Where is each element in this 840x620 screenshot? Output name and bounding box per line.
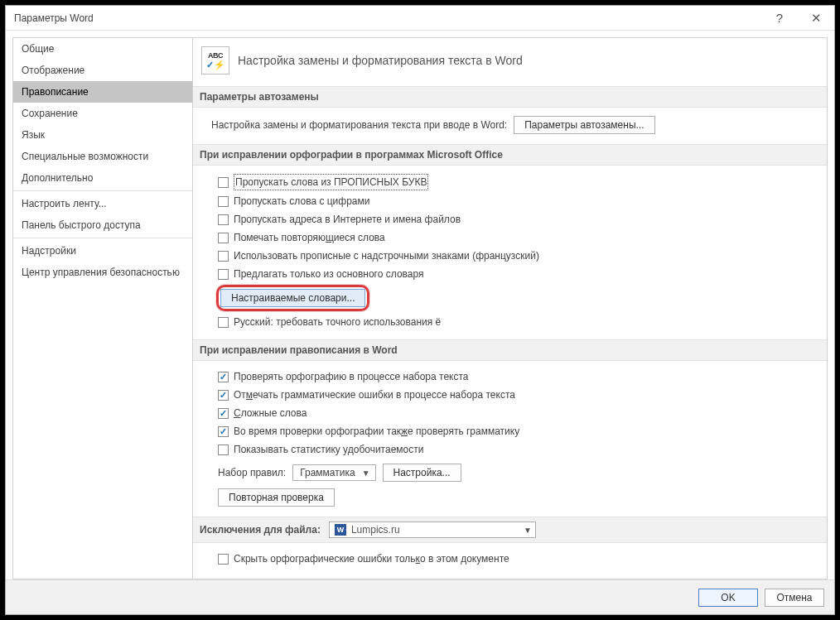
dialog-footer: OK Отмена [6,579,834,614]
checkbox-row[interactable]: Помечать повторяющиеся слова [201,228,818,247]
category-sidebar[interactable]: ОбщиеОтображениеПравописаниеСохранениеЯз… [12,37,193,579]
section-office-title: При исправлении орфографии в программах … [193,144,827,166]
ok-button[interactable]: OK [698,589,758,607]
chevron-down-icon: ▼ [362,469,370,478]
checkbox[interactable] [218,445,229,455]
sidebar-item[interactable]: Общие [13,38,192,60]
sidebar-item[interactable]: Дополнительно [13,167,192,189]
titlebar: Параметры Word ? ✕ [6,6,834,31]
section-exceptions-header: Исключения для файла: W Lumpics.ru ▼ [193,517,827,543]
ru-yo-row[interactable]: Русский: требовать точного использования… [201,313,818,331]
section-autocorrect-title: Параметры автозамены [193,86,827,108]
autocorrect-row: Настройка замены и форматирования текста… [201,114,818,136]
sidebar-item[interactable]: Правописание [13,81,192,103]
custom-dictionaries-highlight: Настраиваемые словари... [216,285,369,311]
dialog-title: Параметры Word [14,12,761,24]
ru-yo-label: Русский: требовать точного использования… [234,315,441,329]
checkbox-label: Проверять орфографию в процессе набора т… [234,369,469,384]
checkbox[interactable] [218,233,229,243]
ruleset-value: Грамматика [300,467,355,478]
checkbox-row[interactable]: Пропускать слова с цифрами [201,192,818,210]
checkbox[interactable] [218,426,229,437]
sidebar-item[interactable]: Отображение [13,60,192,81]
office-spell-list: Пропускать слова из ПРОПИСНЫХ БУКВПропус… [201,172,818,283]
chevron-down-icon: ▼ [524,526,532,535]
autocorrect-desc: Настройка замены и форматирования текста… [211,119,507,131]
ruleset-settings-button[interactable]: Настройка... [383,464,461,482]
cancel-button[interactable]: Отмена [765,589,824,607]
checkbox-row[interactable]: Показывать статистику удобочитаемости [201,440,818,459]
checkbox-label: Использовать прописные с надстрочными зн… [234,248,539,263]
settings-panel: ABC✓⚡ Настройка замены и форматирования … [193,37,828,579]
checkbox[interactable] [218,390,229,401]
sidebar-item[interactable]: Настроить ленту... [13,193,192,214]
checkbox-label: Скрыть орфографические ошибки только в э… [234,551,509,566]
recheck-button[interactable]: Повторная проверка [218,488,335,507]
checkbox[interactable] [218,196,229,207]
ru-yo-checkbox[interactable] [218,317,229,328]
checkbox-row[interactable]: Проверять орфографию в процессе набора т… [201,368,818,386]
checkbox[interactable] [218,177,229,188]
sidebar-item[interactable]: Сохранение [13,103,192,124]
ruleset-dropdown[interactable]: Грамматика ▼ [292,464,375,481]
ruleset-row: Набор правил: Грамматика ▼ Настройка... [201,462,818,483]
checkbox[interactable] [218,554,229,565]
checkbox-label: Помечать повторяющиеся слова [234,230,385,245]
sidebar-item[interactable]: Язык [13,124,192,146]
ruleset-label: Набор правил: [218,467,286,478]
checkbox-label: Во время проверки орфографии также прове… [234,424,519,439]
checkbox-label: Пропускать адреса в Интернете и имена фа… [234,212,461,227]
sidebar-item[interactable]: Панель быстрого доступа [13,214,192,236]
checkbox-row[interactable]: Предлагать только из основного словаря [201,265,818,283]
custom-dictionaries-button[interactable]: Настраиваемые словари... [220,289,365,307]
section-word-title: При исправлении правописания в Word [193,339,827,361]
exceptions-list: Скрыть орфографические ошибки только в э… [201,550,818,568]
checkbox[interactable] [218,251,229,262]
recheck-row: Повторная проверка [201,487,818,508]
checkbox-label: Предлагать только из основного словаря [234,267,424,281]
checkbox-label: Сложные слова [234,406,307,421]
checkbox[interactable] [218,269,229,280]
checkbox-row[interactable]: Сложные слова [201,404,818,422]
panel-header-text: Настройка замены и форматирования текста… [238,54,523,67]
checkbox-row[interactable]: Скрыть орфографические ошибки только в э… [201,550,818,568]
checkbox-row[interactable]: Использовать прописные с надстрочными зн… [201,247,818,265]
close-button[interactable]: ✕ [798,6,834,31]
checkbox-row[interactable]: Пропускать слова из ПРОПИСНЫХ БУКВ [201,172,818,192]
sidebar-item[interactable]: Специальные возможности [13,146,192,167]
word-doc-icon: W [335,524,346,536]
exceptions-file-dropdown[interactable]: W Lumpics.ru ▼ [329,521,536,538]
autocorrect-options-button[interactable]: Параметры автозамены... [514,116,654,134]
section-exceptions-title: Исключения для файла: [200,524,321,536]
checkbox-row[interactable]: Во время проверки орфографии также прове… [201,422,818,440]
proofing-icon: ABC✓⚡ [201,46,229,74]
checkbox-row[interactable]: Пропускать адреса в Интернете и имена фа… [201,210,818,228]
checkbox[interactable] [218,214,229,225]
options-dialog: Параметры Word ? ✕ ОбщиеОтображениеПраво… [5,5,835,615]
checkbox-label: Показывать статистику удобочитаемости [234,442,423,457]
checkbox-label: Пропускать слова из ПРОПИСНЫХ БУКВ [234,174,428,190]
checkbox[interactable] [218,408,229,419]
settings-scroll[interactable]: ABC✓⚡ Настройка замены и форматирования … [193,38,827,579]
checkbox-label: Отмечать грамматические ошибки в процесс… [234,387,515,402]
checkbox-row[interactable]: Отмечать грамматические ошибки в процесс… [201,386,818,404]
content: ОбщиеОтображениеПравописаниеСохранениеЯз… [6,31,834,579]
sidebar-item[interactable]: Надстройки [13,240,192,262]
panel-header: ABC✓⚡ Настройка замены и форматирования … [201,45,818,83]
exceptions-file-name: Lumpics.ru [351,524,400,536]
checkbox[interactable] [218,372,229,382]
help-button[interactable]: ? [761,6,798,31]
word-spell-list: Проверять орфографию в процессе набора т… [201,368,818,459]
sidebar-item[interactable]: Центр управления безопасностью [13,262,192,283]
checkbox-label: Пропускать слова с цифрами [234,194,369,209]
